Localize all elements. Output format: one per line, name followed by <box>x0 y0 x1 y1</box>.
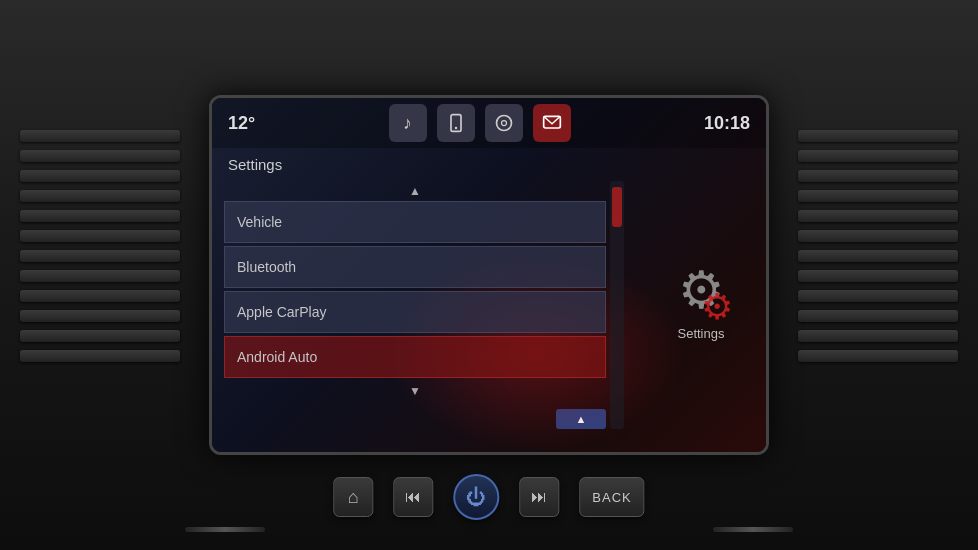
led-strip-right <box>713 527 793 532</box>
vent-slat <box>798 170 958 182</box>
settings-item-bluetooth[interactable]: Bluetooth <box>224 246 606 288</box>
vent-slat <box>20 290 180 302</box>
vent-slat <box>798 190 958 202</box>
settings-panel: Settings ▲ Vehicle Bluetooth <box>212 148 636 452</box>
settings-list: ▲ Vehicle Bluetooth Apple CarPlay <box>224 181 606 429</box>
car-dashboard: 12° ♪ <box>0 0 978 550</box>
vent-slat <box>20 250 180 262</box>
vent-slat <box>798 210 958 222</box>
vent-right <box>788 120 968 400</box>
next-icon: ⏭ <box>531 488 547 506</box>
time-display: 10:18 <box>704 113 750 134</box>
svg-point-2 <box>496 116 511 131</box>
vent-slat <box>798 250 958 262</box>
vent-slat <box>798 150 958 162</box>
top-bar: 12° ♪ <box>212 98 766 148</box>
vent-slat <box>20 190 180 202</box>
infotainment-screen: 12° ♪ <box>209 95 769 455</box>
settings-item-vehicle[interactable]: Vehicle <box>224 201 606 243</box>
vent-slat <box>20 130 180 142</box>
vent-slat <box>20 230 180 242</box>
power-icon: ⏻ <box>466 486 486 509</box>
vent-left <box>10 120 190 400</box>
next-button[interactable]: ⏭ <box>519 477 559 517</box>
messages-nav-icon[interactable] <box>533 104 571 142</box>
vent-slat <box>20 310 180 322</box>
led-strip-left <box>185 527 265 532</box>
vent-slat <box>20 270 180 282</box>
settings-item-android-auto[interactable]: Android Auto <box>224 336 606 378</box>
power-button[interactable]: ⏻ <box>453 474 499 520</box>
music-nav-icon[interactable]: ♪ <box>389 104 427 142</box>
scroll-area: ▲ Vehicle Bluetooth Apple CarPlay <box>224 181 624 429</box>
svg-point-1 <box>454 127 457 130</box>
gear-overlay-icon: ⚙ <box>701 286 733 328</box>
temperature-display: 12° <box>228 113 255 134</box>
prev-icon: ⏮ <box>405 488 421 506</box>
phone-nav-icon[interactable] <box>437 104 475 142</box>
vent-slat <box>798 350 958 362</box>
main-content: Settings ▲ Vehicle Bluetooth <box>212 148 766 452</box>
vent-slat <box>798 310 958 322</box>
right-panel: ⚙ ⚙ Settings <box>636 148 766 452</box>
vent-slat <box>20 350 180 362</box>
vent-slat <box>798 230 958 242</box>
back-button[interactable]: BACK <box>579 477 644 517</box>
vent-slat <box>798 130 958 142</box>
nav-icons-bar: ♪ <box>389 104 571 142</box>
scroll-up-button[interactable]: ▲ <box>224 181 606 201</box>
scrollbar[interactable] <box>610 181 624 429</box>
vent-slat <box>798 330 958 342</box>
scroll-down-button[interactable]: ▼ <box>224 381 606 401</box>
settings-item-carplay[interactable]: Apple CarPlay <box>224 291 606 333</box>
bottom-scroll-button[interactable]: ▲ <box>556 409 606 429</box>
gear-icon-container: ⚙ ⚙ <box>678 260 725 320</box>
home-button[interactable]: ⌂ <box>333 477 373 517</box>
screen-display: 12° ♪ <box>212 98 766 452</box>
svg-point-3 <box>501 121 506 126</box>
prev-button[interactable]: ⏮ <box>393 477 433 517</box>
vent-slat <box>20 150 180 162</box>
nav-compass-icon[interactable] <box>485 104 523 142</box>
home-icon: ⌂ <box>348 487 359 508</box>
bottom-controls: ⌂ ⏮ ⏻ ⏭ BACK <box>333 474 644 520</box>
vent-slat <box>20 330 180 342</box>
vent-slat <box>20 210 180 222</box>
scroll-thumb <box>612 187 622 227</box>
settings-title: Settings <box>224 156 624 173</box>
settings-icon-label: Settings <box>678 326 725 341</box>
back-label: BACK <box>592 490 631 505</box>
vent-slat <box>20 170 180 182</box>
settings-icon-group[interactable]: ⚙ ⚙ Settings <box>678 260 725 341</box>
vent-slat <box>798 290 958 302</box>
vent-slat <box>798 270 958 282</box>
